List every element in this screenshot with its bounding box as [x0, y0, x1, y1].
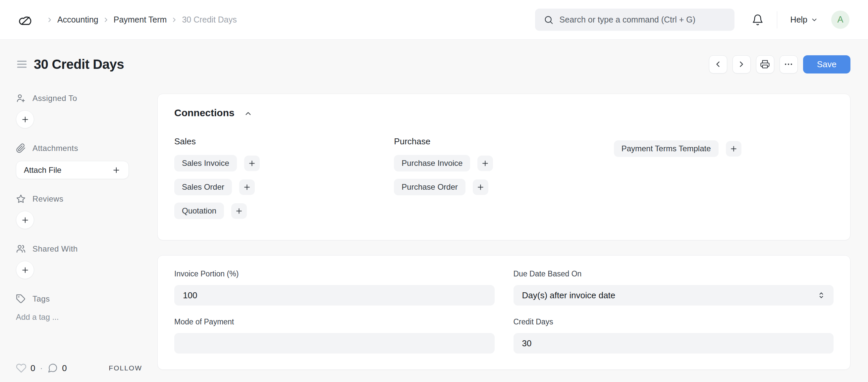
link-purchase-invoice[interactable]: Purchase Invoice — [394, 155, 470, 171]
dot-separator: · — [40, 363, 43, 373]
user-plus-icon — [16, 93, 26, 103]
plus-icon — [21, 216, 30, 224]
details-card: Invoice Portion (%) Due Date Based On Da… — [157, 255, 850, 370]
share-button[interactable] — [16, 261, 34, 279]
breadcrumb-item-accounting[interactable]: Accounting — [57, 15, 98, 25]
new-payment-terms-template-button[interactable] — [726, 141, 741, 157]
avatar-letter: A — [837, 14, 843, 25]
global-search[interactable] — [535, 9, 735, 31]
printer-icon — [760, 59, 770, 69]
assigned-to-label: Assigned To — [32, 94, 77, 103]
collapse-section-button[interactable] — [244, 109, 252, 118]
add-review-button[interactable] — [16, 211, 34, 229]
chevron-left-icon — [713, 60, 722, 69]
plus-icon — [476, 183, 485, 191]
group-title: Sales — [174, 136, 394, 147]
plus-icon — [243, 183, 251, 191]
chevron-right-icon — [46, 16, 53, 24]
field-mode-of-payment: Mode of Payment — [174, 317, 495, 353]
plus-icon — [235, 207, 243, 215]
new-sales-order-button[interactable] — [239, 179, 255, 195]
ellipsis-icon — [783, 59, 794, 69]
document-sidebar: Assigned To Attachments Attach File — [0, 73, 157, 382]
add-assignment-button[interactable] — [16, 110, 34, 129]
shared-with-section: Shared With — [16, 244, 143, 279]
sidebar-toggle-icon[interactable] — [16, 58, 28, 70]
breadcrumb-item-payment-term[interactable]: Payment Term — [114, 15, 167, 25]
menu-button[interactable] — [779, 55, 798, 73]
connections-card: Connections Sales Sales Invoice — [157, 94, 850, 240]
connections-group-template: Payment Terms Template — [614, 136, 834, 219]
credit-days-input[interactable] — [514, 333, 834, 353]
selected-option: Day(s) after invoice date — [522, 290, 616, 301]
comments-icon[interactable] — [48, 363, 58, 373]
star-icon — [16, 194, 26, 204]
plus-icon — [481, 159, 489, 168]
connections-group-sales: Sales Sales Invoice Sales Order — [174, 136, 394, 219]
likes-count: 0 — [30, 363, 35, 373]
navbar: Accounting Payment Term 30 Credit Days H… — [0, 0, 868, 40]
search-input[interactable] — [560, 15, 726, 25]
add-tag-input[interactable]: Add a tag ... — [16, 312, 143, 322]
follow-button[interactable]: FOLLOW — [108, 364, 142, 372]
print-button[interactable] — [756, 55, 774, 73]
reviews-section: Reviews — [16, 194, 143, 229]
assigned-to-section: Assigned To — [16, 93, 143, 129]
new-sales-invoice-button[interactable] — [244, 155, 260, 171]
field-label: Credit Days — [514, 317, 834, 326]
save-button[interactable]: Save — [803, 55, 850, 73]
page-actions: Save — [709, 55, 850, 73]
link-sales-invoice[interactable]: Sales Invoice — [174, 155, 237, 171]
next-document-button[interactable] — [733, 55, 751, 73]
paperclip-icon — [16, 143, 26, 153]
plus-icon — [112, 166, 121, 174]
link-sales-order[interactable]: Sales Order — [174, 179, 232, 195]
chevron-up-icon — [244, 109, 252, 118]
new-quotation-button[interactable] — [231, 203, 247, 219]
invoice-portion-input[interactable] — [174, 285, 495, 306]
users-icon — [16, 244, 26, 254]
avatar[interactable]: A — [831, 10, 849, 29]
field-due-date-based-on: Due Date Based On Day(s) after invoice d… — [514, 270, 834, 306]
new-purchase-invoice-button[interactable] — [477, 155, 493, 171]
link-payment-terms-template[interactable]: Payment Terms Template — [614, 140, 719, 157]
form-grid: Invoice Portion (%) Due Date Based On Da… — [174, 270, 834, 353]
mode-of-payment-input[interactable] — [174, 333, 495, 353]
link-quotation[interactable]: Quotation — [174, 203, 224, 219]
field-invoice-portion: Invoice Portion (%) — [174, 270, 495, 306]
new-purchase-order-button[interactable] — [473, 179, 488, 195]
tags-section: Tags Add a tag ... — [16, 294, 143, 322]
field-label: Invoice Portion (%) — [174, 270, 495, 278]
page-header: 30 Credit Days Save — [16, 55, 850, 73]
chevron-right-icon — [170, 16, 178, 24]
plus-icon — [730, 145, 738, 153]
frappe-cloud-logo-icon[interactable] — [18, 12, 34, 27]
attach-file-label: Attach File — [24, 166, 61, 175]
form-main: Connections Sales Sales Invoice — [157, 73, 850, 382]
help-menu[interactable]: Help — [790, 15, 818, 25]
plus-icon — [248, 159, 256, 168]
connections-grid: Sales Sales Invoice Sales Order — [174, 136, 834, 219]
navbar-divider — [777, 11, 777, 29]
tag-icon — [16, 294, 26, 304]
chevron-down-icon — [811, 16, 818, 24]
shared-with-label: Shared With — [32, 244, 78, 253]
like-heart-icon[interactable] — [16, 363, 27, 373]
reviews-label: Reviews — [32, 194, 64, 204]
chevron-up-down-icon — [817, 291, 826, 300]
plus-icon — [21, 266, 30, 274]
page-title: 30 Credit Days — [34, 57, 124, 72]
prev-document-button[interactable] — [709, 55, 727, 73]
chevron-right-icon — [102, 16, 110, 24]
search-icon — [544, 15, 554, 25]
group-title: Purchase — [394, 136, 614, 147]
notifications-bell-icon[interactable] — [752, 14, 764, 26]
connections-group-purchase: Purchase Purchase Invoice Purchase Order — [394, 136, 614, 219]
field-label: Due Date Based On — [514, 270, 834, 278]
app-window: Accounting Payment Term 30 Credit Days H… — [0, 0, 868, 382]
chevron-right-icon — [737, 60, 746, 69]
due-date-based-on-select[interactable]: Day(s) after invoice date — [514, 285, 834, 306]
link-purchase-order[interactable]: Purchase Order — [394, 179, 465, 195]
content-area: Assigned To Attachments Attach File — [0, 73, 868, 382]
attach-file-button[interactable]: Attach File — [16, 161, 129, 179]
